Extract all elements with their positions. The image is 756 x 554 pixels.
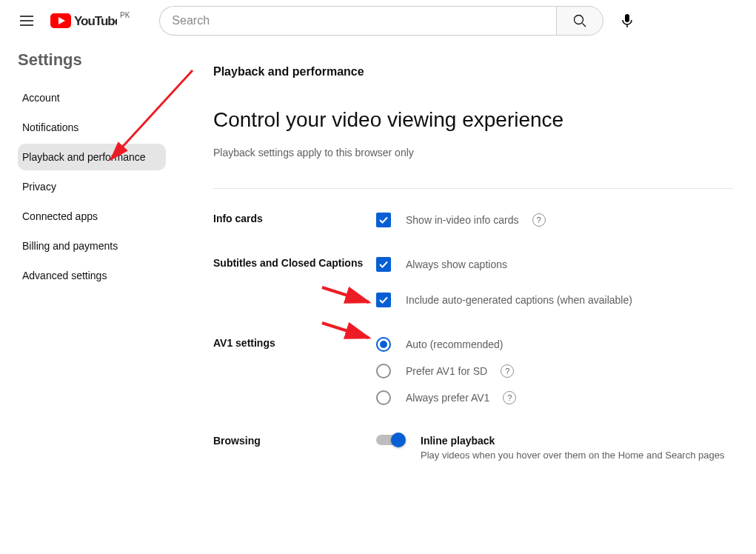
search-button[interactable] [556, 6, 603, 36]
youtube-logo[interactable]: YouTube PK [50, 13, 130, 28]
check-icon [378, 295, 389, 305]
sidebar-item-account[interactable]: Account [18, 84, 166, 111]
checkbox-auto-captions[interactable] [376, 293, 391, 307]
toggle-title: Inline playback [421, 435, 724, 447]
control-row: Include auto-generated captions (when av… [376, 293, 733, 307]
control-label: Auto (recommended) [406, 338, 504, 350]
sidebar-item-connected-apps[interactable]: Connected apps [18, 203, 166, 230]
setting-controls: Inline playback Play videos when you hov… [376, 435, 733, 461]
sidebar-title: Settings [18, 50, 178, 70]
page-title: Control your video viewing experience [213, 108, 733, 132]
radio-av1-always[interactable] [376, 390, 391, 405]
country-code: PK [120, 11, 130, 19]
setting-label: Subtitles and Closed Captions [213, 257, 376, 307]
search-form [159, 6, 603, 36]
sidebar-item-notifications[interactable]: Notifications [18, 114, 166, 141]
sidebar-item-advanced[interactable]: Advanced settings [18, 262, 166, 289]
toggle-inline-playback[interactable] [376, 435, 403, 445]
setting-info-cards: Info cards Show in-video info cards ? [213, 213, 733, 227]
control-row: Auto (recommended) [376, 337, 733, 352]
help-icon[interactable]: ? [532, 213, 546, 227]
setting-subtitles: Subtitles and Closed Captions Always sho… [213, 257, 733, 307]
checkbox-show-info-cards[interactable] [376, 213, 391, 227]
control-label: Show in-video info cards [406, 214, 519, 226]
control-row: Always show captions [376, 257, 733, 272]
control-row: Always prefer AV1 ? [376, 390, 733, 405]
help-icon[interactable]: ? [501, 364, 514, 378]
setting-controls: Always show captions Include auto-genera… [376, 257, 733, 307]
search-icon [571, 12, 589, 30]
help-icon[interactable]: ? [503, 391, 516, 404]
control-row: Inline playback Play videos when you hov… [376, 435, 733, 461]
microphone-icon [618, 12, 636, 30]
youtube-logo-icon: YouTube [50, 13, 117, 28]
setting-label: AV1 settings [213, 337, 376, 405]
setting-av1: AV1 settings Auto (recommended) Prefer A… [213, 337, 733, 405]
control-row: Prefer AV1 for SD ? [376, 364, 733, 378]
svg-rect-4 [625, 14, 629, 22]
hamburger-icon [18, 12, 36, 30]
check-icon [378, 259, 389, 270]
setting-controls: Auto (recommended) Prefer AV1 for SD ? A… [376, 337, 733, 405]
sidebar-item-privacy[interactable]: Privacy [18, 173, 166, 200]
check-icon [378, 215, 389, 225]
setting-browsing: Browsing Inline playback Play videos whe… [213, 435, 733, 461]
sidebar-item-playback[interactable]: Playback and performance [18, 144, 166, 170]
control-row: Show in-video info cards ? [376, 213, 733, 227]
toggle-text-block: Inline playback Play videos when you hov… [421, 435, 724, 461]
hamburger-menu[interactable] [12, 6, 41, 36]
checkbox-always-show-captions[interactable] [376, 257, 391, 272]
radio-av1-auto[interactable] [376, 337, 391, 352]
page-breadcrumb: Playback and performance [213, 65, 733, 79]
search-input[interactable] [159, 6, 556, 36]
sidebar-item-billing[interactable]: Billing and payments [18, 233, 166, 259]
svg-line-3 [583, 24, 586, 27]
content: Settings Account Notifications Playback … [0, 41, 756, 490]
control-label: Always prefer AV1 [406, 392, 489, 404]
setting-controls: Show in-video info cards ? [376, 213, 733, 227]
setting-label: Browsing [213, 435, 376, 461]
voice-search-button[interactable] [612, 6, 642, 36]
page-description: Playback settings apply to this browser … [213, 147, 733, 158]
toggle-description: Play videos when you hover over them on … [421, 450, 724, 461]
setting-label: Info cards [213, 213, 376, 227]
control-label: Include auto-generated captions (when av… [406, 294, 632, 306]
control-label: Prefer AV1 for SD [406, 365, 487, 377]
topbar: YouTube PK [0, 0, 756, 41]
main: Playback and performance Control your vi… [178, 41, 733, 490]
svg-point-2 [575, 16, 583, 24]
svg-text:YouTube: YouTube [74, 14, 117, 28]
control-label: Always show captions [406, 258, 507, 270]
separator [213, 188, 733, 189]
radio-av1-sd[interactable] [376, 364, 391, 378]
sidebar: Settings Account Notifications Playback … [0, 41, 178, 490]
